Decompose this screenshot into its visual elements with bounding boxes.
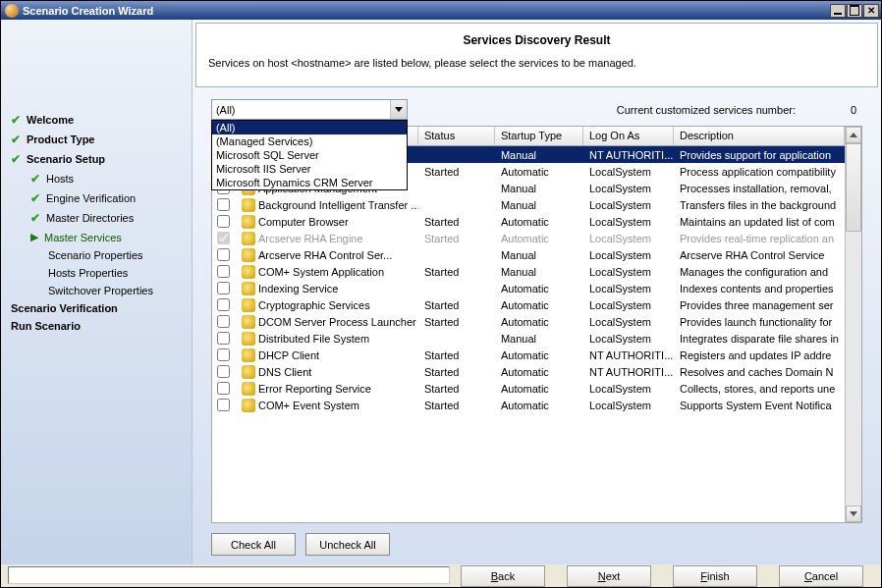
service-desc-cell: Provides support for application — [674, 149, 845, 161]
service-row[interactable]: DCOM Server Process LauncherStartedAutom… — [212, 313, 845, 330]
header-box: Services Discovery Result Services on ho… — [195, 23, 878, 87]
scroll-down-button[interactable] — [846, 506, 861, 522]
service-row[interactable]: Indexing ServiceAutomaticLocalSystemInde… — [212, 280, 845, 296]
service-name-cell: Arcserve RHA Control Ser... — [236, 248, 418, 262]
scroll-thumb[interactable] — [846, 143, 861, 232]
sidebar-step-1[interactable]: ✔Product Type — [11, 130, 188, 149]
sidebar-step-0[interactable]: ✔Welcome — [11, 110, 188, 130]
column-status[interactable]: Status — [418, 127, 495, 146]
column-description[interactable]: Description — [674, 127, 845, 146]
finish-button[interactable]: Finish — [673, 565, 757, 587]
filter-dropdown-button[interactable] — [390, 100, 407, 119]
service-checkbox[interactable] — [217, 198, 230, 211]
service-name-cell: DHCP Client — [236, 348, 418, 362]
service-row[interactable]: Distributed File SystemManualLocalSystem… — [212, 330, 845, 347]
page-title: Services Discovery Result — [208, 33, 865, 47]
service-row[interactable]: Arcserve RHA Control Ser...ManualLocalSy… — [212, 246, 845, 263]
service-name-cell: Error Reporting Service — [236, 382, 418, 396]
service-name-cell: Indexing Service — [236, 282, 418, 295]
sidebar-step-label: Scenario Verification — [11, 302, 118, 314]
minimize-button[interactable] — [830, 4, 846, 18]
check-icon: ✔ — [30, 211, 40, 225]
scroll-up-button[interactable] — [846, 127, 861, 143]
service-row[interactable]: COM+ System ApplicationStartedManualLoca… — [212, 263, 845, 280]
sidebar-step-11[interactable]: Run Scenario — [11, 317, 188, 335]
service-logon-cell: LocalSystem — [583, 216, 674, 228]
service-logon-cell: LocalSystem — [583, 400, 674, 411]
service-row[interactable]: DNS ClientStartedAutomaticNT AUTHORITI..… — [212, 363, 845, 380]
filter-combobox[interactable]: (All) (All)(Managed Services)Microsoft S… — [211, 99, 408, 120]
filter-option[interactable]: Microsoft Dynamics CRM Server — [212, 176, 407, 189]
page-subtitle: Services on host <hostname> are listed b… — [208, 57, 865, 69]
column-startup-type[interactable]: Startup Type — [495, 127, 583, 146]
service-startup-cell: Automatic — [495, 316, 583, 328]
filter-dropdown-list[interactable]: (All)(Managed Services)Microsoft SQL Ser… — [211, 120, 408, 190]
service-startup-cell: Automatic — [495, 166, 583, 178]
check-all-button[interactable]: Check All — [211, 533, 296, 556]
sidebar-step-6[interactable]: ▶Master Services — [11, 228, 188, 246]
service-name-cell: Arcserve RHA Engine — [236, 232, 418, 245]
service-checkbox[interactable] — [217, 265, 230, 278]
service-row[interactable]: Error Reporting ServiceStartedAutomaticL… — [212, 380, 845, 397]
service-checkbox[interactable] — [217, 348, 230, 361]
sidebar-logo-space — [11, 29, 188, 110]
service-count-label: Current customized services number: — [617, 104, 796, 116]
vertical-scrollbar[interactable] — [845, 127, 861, 522]
service-checkbox[interactable] — [217, 232, 230, 244]
sidebar-step-5[interactable]: ✔Master Directories — [11, 208, 188, 228]
gear-icon — [242, 315, 255, 329]
gear-icon — [242, 348, 255, 362]
service-logon-cell: LocalSystem — [583, 333, 674, 345]
service-name-cell: Distributed File System — [236, 332, 418, 346]
service-row[interactable]: Cryptographic ServicesStartedAutomaticLo… — [212, 296, 845, 313]
sidebar-step-2[interactable]: ✔Scenario Setup — [11, 149, 188, 169]
service-checkbox[interactable] — [217, 382, 230, 395]
column-log-on-as[interactable]: Log On As — [583, 127, 674, 146]
service-desc-cell: Provides launch functionality for — [674, 316, 845, 328]
close-button[interactable]: ✕ — [863, 4, 879, 18]
back-button[interactable]: Back — [461, 565, 545, 587]
filter-option[interactable]: (All) — [212, 121, 407, 134]
sidebar-step-7[interactable]: Scenario Properties — [11, 246, 188, 264]
filter-option[interactable]: (Managed Services) — [212, 134, 407, 148]
service-checkbox[interactable] — [217, 298, 230, 311]
service-desc-cell: Collects, stores, and reports une — [674, 383, 845, 395]
scroll-track[interactable] — [846, 232, 861, 506]
sidebar-step-4[interactable]: ✔Engine Verification — [11, 188, 188, 208]
service-row[interactable]: DHCP ClientStartedAutomaticNT AUTHORITI.… — [212, 347, 845, 363]
next-button[interactable]: Next — [567, 565, 651, 587]
service-checkbox[interactable] — [217, 399, 230, 411]
service-status-cell: Started — [418, 316, 495, 328]
service-row[interactable]: Arcserve RHA EngineStartedAutomaticLocal… — [212, 230, 845, 246]
main-panel: Services Discovery Result Services on ho… — [192, 20, 881, 564]
service-logon-cell: LocalSystem — [583, 183, 674, 194]
cancel-button[interactable]: Cancel — [779, 565, 863, 587]
service-checkbox[interactable] — [217, 365, 230, 378]
footer: Back Next Finish Cancel — [1, 564, 881, 588]
maximize-button[interactable] — [847, 4, 862, 18]
service-startup-cell: Manual — [495, 266, 583, 278]
service-startup-cell: Manual — [495, 249, 583, 261]
service-status-cell: Started — [418, 233, 495, 244]
service-startup-cell: Automatic — [495, 349, 583, 361]
sidebar-step-3[interactable]: ✔Hosts — [11, 169, 188, 188]
filter-option[interactable]: Microsoft SQL Server — [212, 148, 407, 162]
service-checkbox[interactable] — [217, 282, 230, 294]
wizard-sidebar: ✔Welcome✔Product Type✔Scenario Setup✔Hos… — [1, 20, 192, 564]
filter-option[interactable]: Microsoft IIS Server — [212, 162, 407, 176]
sidebar-step-8[interactable]: Hosts Properties — [11, 264, 188, 282]
sidebar-step-label: Switchover Properties — [48, 285, 153, 296]
service-row[interactable]: Background Intelligent Transfer ...Manua… — [212, 196, 845, 213]
gear-icon — [242, 298, 255, 312]
service-checkbox[interactable] — [217, 215, 230, 228]
service-row[interactable]: Computer BrowserStartedAutomaticLocalSys… — [212, 213, 845, 230]
service-checkbox[interactable] — [217, 315, 230, 328]
sidebar-step-label: Master Directories — [46, 212, 134, 224]
uncheck-all-button[interactable]: Uncheck All — [305, 533, 390, 556]
service-checkbox[interactable] — [217, 248, 230, 261]
service-checkbox[interactable] — [217, 332, 230, 345]
sidebar-step-10[interactable]: Scenario Verification — [11, 299, 188, 317]
sidebar-step-9[interactable]: Switchover Properties — [11, 282, 188, 299]
service-logon-cell: LocalSystem — [583, 166, 674, 178]
service-row[interactable]: COM+ Event SystemStartedAutomaticLocalSy… — [212, 397, 845, 413]
